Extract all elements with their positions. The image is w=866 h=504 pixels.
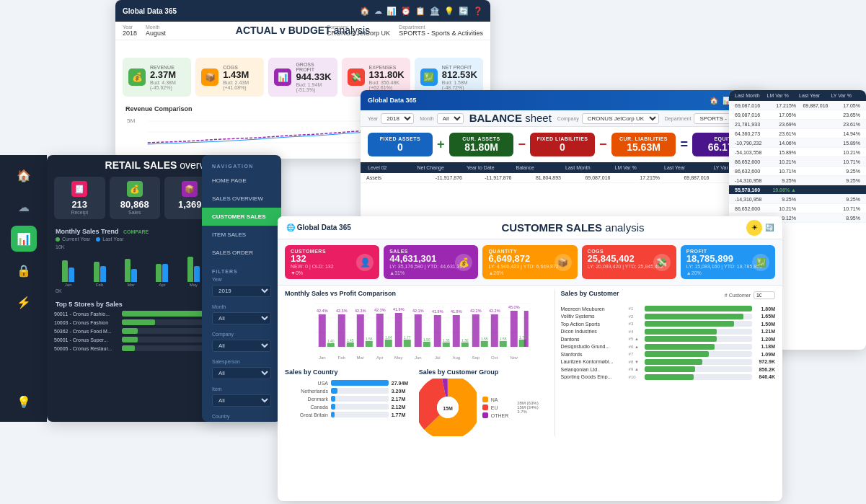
- country-gb: Great Britain 1.77M: [285, 412, 413, 417]
- svg-text:1.30: 1.30: [461, 338, 469, 342]
- na-dot: [482, 397, 488, 402]
- ledger-header: Last Month LM Var % Last Year LY Var %: [729, 90, 866, 101]
- dept-filter-value: SPORTS - Sports & Activities: [399, 30, 483, 37]
- row-last-month: 69,087,016: [564, 175, 611, 180]
- sun-icon[interactable]: ☀: [746, 220, 762, 236]
- building-icon[interactable]: 🏦: [430, 6, 440, 16]
- customer-row-5: Dantons #5 ▲ 1.20M: [561, 336, 775, 342]
- bal-month-select[interactable]: All: [437, 113, 464, 124]
- table-icon[interactable]: 📋: [415, 6, 425, 16]
- balance-home-icon[interactable]: 🏠: [710, 97, 718, 105]
- budget-topbar: Global Data 365 🏠 ☁ 📊 ⏰ 📋 🏦 💡 🔄 ❓: [115, 0, 490, 22]
- country-bar-usa: [331, 380, 389, 386]
- cloud-icon[interactable]: ☁: [374, 6, 382, 16]
- bal-company-select[interactable]: CRONUS JetCorp UK: [582, 113, 659, 124]
- customer-refresh-icon[interactable]: 🔄: [765, 224, 774, 231]
- cs-profit-badge: ▲20%: [686, 270, 769, 275]
- fixed-liab-kpi: FIXED LIABILITIES 0: [530, 133, 595, 156]
- customer-kpi-row: CUSTOMERS 132 NEW: 0 | OLD: 132 👤 ▼0% SA…: [278, 239, 782, 286]
- receipt-value: 213: [60, 199, 100, 210]
- country-name-usa: USA: [285, 381, 328, 386]
- cur-assets-kpi: CUR. ASSETS 81.80M: [449, 133, 514, 156]
- svg-rect-18: [415, 314, 422, 347]
- svg-rect-19: [423, 342, 430, 347]
- clock-icon[interactable]: ⏰: [401, 6, 411, 16]
- chart-icon[interactable]: 📊: [386, 6, 397, 16]
- svg-text:Sep: Sep: [472, 355, 480, 360]
- customer-bar-7: [645, 351, 752, 357]
- customer-row-1: Meereen Meuburen #1 1.80M: [561, 306, 775, 311]
- revenue-sub: Bud: 4.38M (-45.62%): [150, 80, 185, 90]
- country-val-dk: 2.17M: [392, 397, 413, 402]
- dept-filter[interactable]: Department SPORTS - Sports & Activities: [399, 25, 483, 37]
- customer-panel: 🌐 Global Data 365 CUSTOMER SALES analysi…: [278, 216, 782, 501]
- nav-home-page[interactable]: HOME PAGE: [202, 172, 281, 190]
- legend-other: OTHER: [482, 412, 509, 418]
- salesperson-filter-group: Salesperson All: [212, 359, 271, 385]
- customer-bar-1: [645, 306, 752, 311]
- svg-text:1.35: 1.35: [443, 338, 450, 342]
- year-filter-label: Year: [123, 25, 137, 30]
- customer-count-input[interactable]: [754, 291, 775, 299]
- expenses-value: 131.80K: [369, 70, 405, 80]
- nav-item-sales[interactable]: ITEM SALES: [202, 226, 281, 244]
- help-icon[interactable]: ❓: [473, 6, 483, 16]
- company-nav-select[interactable]: All: [212, 340, 271, 352]
- nav-sales-order[interactable]: SALES ORDER: [202, 244, 281, 262]
- budget-filters: Year 2018 Month August ACTUAL v BUDGET a…: [115, 22, 490, 40]
- country-denmark: Denmark 2.17M: [285, 396, 413, 402]
- gross-info: GROSS PROFIT 944.33K Bud: 1.94M (-51.3%): [296, 62, 331, 92]
- country-bar-gb: [331, 412, 389, 417]
- cur-assets-value: 81.80M: [454, 141, 509, 153]
- sidebar-lock-icon[interactable]: 🔒: [11, 257, 37, 283]
- year-filter[interactable]: Year 2018: [123, 25, 137, 37]
- ledger-row-8: 86,632,60010.71%9.25%: [729, 167, 866, 176]
- budget-nav-icons: 🏠 ☁ 📊 ⏰ 📋 🏦 💡 🔄 ❓: [360, 6, 483, 16]
- ledger-col-lyvar: LY Var %: [831, 93, 861, 98]
- month-filter[interactable]: Month August: [146, 25, 166, 37]
- cs-profit-label: PROFIT: [686, 249, 769, 254]
- pie-pct-labels: 28M (63%) 15M (34%) 3.7%: [517, 401, 538, 414]
- customer-logo: 🌐 Global Data 365: [286, 224, 351, 231]
- bal-month-label: Month: [420, 116, 433, 121]
- svg-rect-10: [338, 314, 345, 347]
- svg-text:1.45: 1.45: [347, 338, 354, 342]
- minus-op-1: −: [516, 137, 527, 152]
- sales-icon: 💰: [127, 181, 143, 197]
- year-nav-select[interactable]: 2019: [212, 285, 271, 297]
- ledger-row-9: -14,310,9589.25%9.25%: [729, 176, 866, 185]
- item-filter-group: Item All: [212, 386, 271, 412]
- item-nav-label: Item: [212, 386, 271, 392]
- country-usa: USA 27.94M: [285, 380, 413, 386]
- home-icon[interactable]: 🏠: [360, 6, 370, 16]
- refresh-icon[interactable]: 🔄: [459, 6, 469, 16]
- bal-year-select[interactable]: 2018: [381, 113, 414, 124]
- customer-bar-8: [645, 359, 752, 365]
- customer-val-8: 972.9K: [755, 359, 775, 364]
- bulb-icon[interactable]: 💡: [444, 6, 454, 16]
- salesperson-nav-select[interactable]: All: [212, 367, 271, 379]
- nav-sales-overview[interactable]: SALES OVERVIEW: [202, 190, 281, 208]
- svg-text:Jan: Jan: [319, 355, 326, 360]
- year-filter-group: Year 2019: [212, 277, 271, 303]
- customer-bar-2: [645, 314, 752, 319]
- nav-customer-sales[interactable]: CUSTOMER SALES: [202, 208, 281, 226]
- sidebar-info-icon[interactable]: 💡: [11, 389, 37, 415]
- svg-rect-13: [366, 341, 373, 347]
- ledger-row-11: -14,310,9589.25%9.25%: [729, 195, 866, 204]
- customer-title: CUSTOMER SALES analysis: [501, 221, 644, 234]
- ledger-row-1: 69,087,01617.215%69,887,01617.05%: [729, 101, 866, 110]
- sidebar-home-icon[interactable]: 🏠: [11, 162, 37, 188]
- customer-bar-4: [645, 329, 752, 335]
- retail-sales-label: Sales: [115, 210, 155, 215]
- row-last-year: 69,887,016: [663, 175, 710, 180]
- sidebar-filter-icon[interactable]: ⚡: [11, 289, 37, 315]
- item-nav-select[interactable]: All: [212, 394, 271, 407]
- bal-company-label: Company: [557, 116, 579, 121]
- sidebar-chart-icon[interactable]: 📊: [11, 226, 37, 252]
- sidebar-cloud-icon[interactable]: ☁: [11, 194, 37, 220]
- ledger-col-lm: Last Month: [735, 93, 764, 98]
- customer-name-3: Top Action Sports: [561, 322, 626, 327]
- month-nav-select[interactable]: All: [212, 312, 271, 324]
- svg-rect-28: [511, 311, 518, 347]
